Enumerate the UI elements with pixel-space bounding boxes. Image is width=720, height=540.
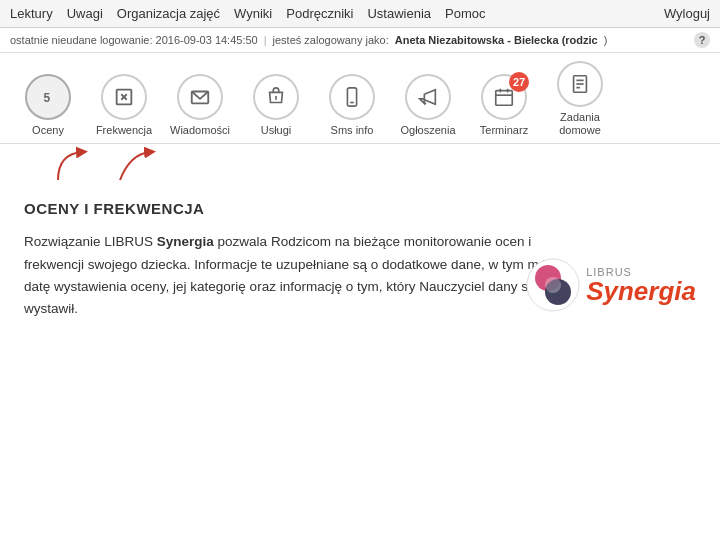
icon-ogloszenia[interactable]: Ogłoszenia: [392, 74, 464, 137]
uslugi-icon-circle: [253, 74, 299, 120]
icon-oceny[interactable]: 5 Oceny: [12, 74, 84, 137]
logo-text: LIBRUS Synergia: [586, 266, 696, 304]
uslugi-label: Usługi: [261, 124, 292, 137]
icon-uslugi[interactable]: Usługi: [240, 74, 312, 137]
arrow-area: [10, 144, 720, 182]
wiadomosci-label: Wiadomości: [170, 124, 230, 137]
nav-lektury[interactable]: Lektury: [10, 6, 53, 21]
oceny-label: Oceny: [32, 124, 64, 137]
nav-organizacja[interactable]: Organizacja zajęć: [117, 6, 220, 21]
nav-wyniki[interactable]: Wyniki: [234, 6, 272, 21]
icon-frekwencja[interactable]: Frekwencja: [88, 74, 160, 137]
svg-text:5: 5: [43, 91, 50, 105]
section-title: OCENY I FREKWENCJA: [24, 200, 696, 217]
terminarz-label: Terminarz: [480, 124, 528, 137]
icon-bar: 5 Oceny Frekwencja Wiadomości: [0, 53, 720, 144]
desc-synergia: Synergia: [157, 234, 214, 249]
logo-area: LIBRUS Synergia: [526, 258, 696, 312]
main-content: OCENY I FREKWENCJA Rozwiązanie LIBRUS Sy…: [0, 182, 720, 330]
zadania-icon-circle: [557, 61, 603, 107]
nav-podreczniki[interactable]: Podręczniki: [286, 6, 353, 21]
wiadomosci-icon-circle: [177, 74, 223, 120]
help-button[interactable]: ?: [694, 32, 710, 48]
logo-synergia-text: Synergia: [586, 278, 696, 304]
paren-close: ): [604, 34, 608, 46]
smsinfo-icon-circle: [329, 74, 375, 120]
arrows-svg: [10, 144, 230, 182]
zadania-label: Zadania domowe: [544, 111, 616, 137]
nav-wyloguj[interactable]: Wyloguj: [664, 6, 710, 21]
nav-pomoc[interactable]: Pomoc: [445, 6, 485, 21]
terminarz-icon-circle: 27: [481, 74, 527, 120]
icon-wiadomosci[interactable]: Wiadomości: [164, 74, 236, 137]
frekwencja-icon-circle: [101, 74, 147, 120]
logged-as-text: jesteś zalogowany jako:: [273, 34, 389, 46]
nav-uwagi[interactable]: Uwagi: [67, 6, 103, 21]
smsinfo-label: Sms info: [331, 124, 374, 137]
svg-marker-8: [420, 99, 425, 104]
info-bar: ostatnie nieudane logowanie: 2016-09-03 …: [0, 28, 720, 53]
nav-ustawienia[interactable]: Ustawienia: [367, 6, 431, 21]
frekwencja-label: Frekwencja: [96, 124, 152, 137]
svg-rect-6: [347, 88, 356, 106]
svg-rect-10: [496, 91, 513, 106]
description: Rozwiązanie LIBRUS Synergia pozwala Rodz…: [24, 231, 584, 320]
icon-terminarz[interactable]: 27 Terminarz: [468, 74, 540, 137]
icon-smsinfo[interactable]: Sms info: [316, 74, 388, 137]
logo-icon: [526, 258, 580, 312]
desc-part1: Rozwiązanie LIBRUS: [24, 234, 157, 249]
ogloszenia-label: Ogłoszenia: [400, 124, 455, 137]
last-login-text: ostatnie nieudane logowanie: 2016-09-03 …: [10, 34, 258, 46]
icon-zadania[interactable]: Zadania domowe: [544, 61, 616, 137]
oceny-icon-circle: 5: [25, 74, 71, 120]
terminarz-badge: 27: [509, 72, 529, 92]
separator: |: [264, 34, 267, 46]
top-navigation: Lektury Uwagi Organizacja zajęć Wyniki P…: [0, 0, 720, 28]
ogloszenia-icon-circle: [405, 74, 451, 120]
user-name: Aneta Niezabitowska - Bielecka (rodzic: [395, 34, 598, 46]
svg-point-21: [545, 277, 561, 293]
